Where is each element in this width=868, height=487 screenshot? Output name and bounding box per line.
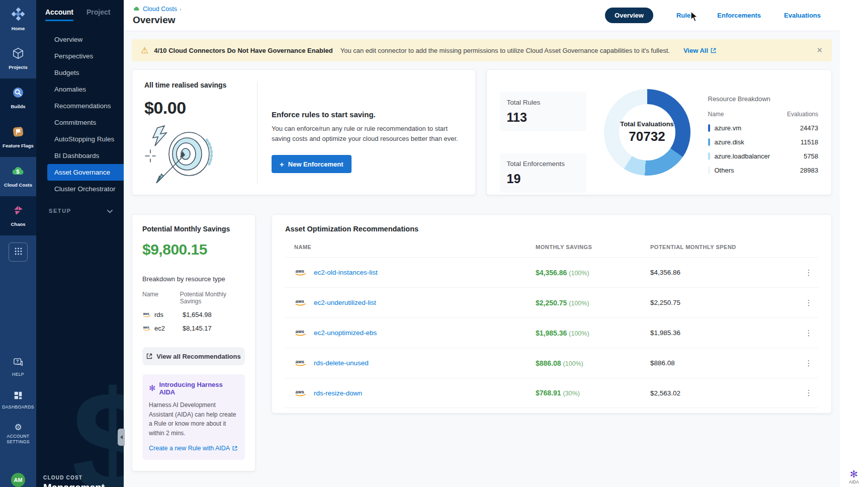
sidebar-item-budgets[interactable]: Budgets: [36, 64, 124, 81]
rail-item-home[interactable]: Home: [0, 0, 36, 39]
tab-rules[interactable]: Rules: [676, 12, 694, 19]
rail-item-label: Cloud Costs: [3, 182, 33, 188]
svg-text:$: $: [16, 169, 19, 175]
aida-body: Harness AI Development Assistant (AIDA) …: [149, 400, 238, 438]
create-rule-with-aida-link[interactable]: Create a new Rule with AIDA: [149, 445, 237, 452]
recommendation-link[interactable]: ec2-underutilized-list: [314, 299, 376, 306]
legend-row: Others28983: [708, 167, 819, 174]
build-search-icon: [12, 87, 24, 101]
rail-item-label: Home: [11, 26, 26, 32]
external-link-icon: [232, 446, 237, 451]
evaluations-donut-chart: Total Evaluations 70732: [604, 89, 690, 176]
breakdown-subtitle: Breakdown by resource type: [142, 275, 245, 283]
module-footer: CLOUD COST Management: [43, 475, 105, 487]
chaos-icon: [12, 204, 24, 218]
sidebar-item-perspectives[interactable]: Perspectives: [36, 48, 124, 64]
user-avatar[interactable]: AM: [11, 473, 25, 487]
rail-item-label: Projects: [8, 64, 29, 70]
sidebar-item-autostopping-rules[interactable]: AutoStopping Rules: [36, 131, 124, 147]
row-menu-button[interactable]: ⋮: [805, 329, 813, 337]
rail-item-label: DASHBOARDS: [2, 404, 34, 410]
potential-savings-row: awsec2$8,145.17: [142, 324, 245, 332]
aida-title: Introducing Harness AIDA: [159, 381, 238, 396]
plus-icon: +: [280, 160, 284, 169]
aws-icon: aws: [294, 298, 307, 307]
page-header: Cloud Costs › Overview Overview Rules En…: [124, 0, 840, 31]
tab-evaluations[interactable]: Evaluations: [784, 12, 821, 19]
tab-enforcements[interactable]: Enforcements: [717, 12, 761, 19]
rail-item-dashboards[interactable]: DASHBOARDS: [2, 390, 34, 410]
recommendation-link[interactable]: rds-delete-unused: [314, 359, 369, 367]
recommendation-link[interactable]: rds-resize-down: [314, 389, 362, 397]
sidebar-item-recommendations[interactable]: Recommendations: [36, 98, 124, 114]
module-rail: Home Projects Builds Feature Flags $: [0, 0, 36, 487]
legend-color-chip: [708, 152, 710, 160]
tab-overview[interactable]: Overview: [605, 8, 653, 23]
rail-item-chaos[interactable]: Chaos: [0, 196, 36, 235]
harness-home-icon: [12, 8, 25, 23]
legend-row: azure.disk11518: [708, 138, 819, 146]
sidebar-item-cluster-orchestrator[interactable]: Cluster Orchestrator: [36, 181, 124, 197]
aida-promo: ✻ Introducing Harness AIDA Harness AI De…: [142, 374, 245, 460]
potential-savings-title: Potential Monthly Savings: [142, 225, 245, 233]
svg-text:aws: aws: [296, 329, 304, 334]
rail-item-projects[interactable]: Projects: [0, 39, 36, 78]
recommendation-row: awsec2-old-instances-list$4,356.86(100%)…: [285, 257, 818, 287]
rail-item-cloud-costs[interactable]: $ Cloud Costs: [0, 157, 36, 196]
scope-tabs: Account Project: [36, 0, 124, 27]
new-enforcement-button[interactable]: + New Enforcement: [272, 155, 352, 173]
view-all-recommendations-button[interactable]: View all Recommendations: [142, 347, 245, 365]
total-rules-stat: Total Rules 113: [500, 92, 586, 131]
banner-title: 4/10 Cloud Connectors Do Not Have Govern…: [154, 47, 332, 54]
recommendation-link[interactable]: ec2-unoptimized-ebs: [314, 329, 377, 337]
svg-text:?: ?: [16, 359, 19, 364]
rail-item-label: Builds: [10, 104, 26, 110]
sidebar-item-asset-governance[interactable]: Asset Governance: [47, 164, 124, 181]
row-menu-button[interactable]: ⋮: [805, 388, 813, 397]
rail-item-help[interactable]: ? HELP: [12, 358, 24, 377]
tab-project[interactable]: Project: [86, 8, 110, 16]
row-menu-button[interactable]: ⋮: [805, 359, 813, 367]
evaluations-stats-card: Total Rules 113 Total Enforcements 19 To…: [486, 69, 832, 195]
module-picker-button[interactable]: [9, 242, 28, 262]
rail-item-builds[interactable]: Builds: [0, 78, 36, 118]
sidebar-item-bi-dashboards[interactable]: BI Dashboards: [36, 147, 124, 164]
aws-icon: aws: [294, 389, 307, 397]
sidebar-collapse-button[interactable]: [118, 429, 125, 446]
cloud-dollar-icon: $: [11, 165, 25, 179]
recommendation-row: awsec2-unoptimized-ebs$1,985.36(100%)$1,…: [285, 317, 818, 348]
rail-item-feature-flags[interactable]: Feature Flags: [0, 118, 36, 157]
right-gutter: ✻ AIDA: [840, 0, 868, 487]
sidebar-item-anomalies[interactable]: Anomalies: [36, 81, 124, 98]
aida-fab-label: AIDA: [849, 479, 859, 484]
realised-savings-card: All time realised savings $0.00: [132, 69, 476, 195]
realised-savings-amount: $0.00: [144, 98, 252, 118]
recommendation-link[interactable]: ec2-old-instances-list: [314, 269, 378, 276]
aida-icon: ✻: [850, 469, 858, 479]
svg-text:aws: aws: [296, 299, 304, 304]
page-content: ⚠ 4/10 Cloud Connectors Do Not Have Gove…: [124, 31, 840, 487]
total-enforcements-stat: Total Enforcements 19: [500, 153, 586, 193]
view-all-link[interactable]: View All: [683, 47, 716, 54]
legend-color-chip: [708, 138, 710, 146]
sidebar-item-overview[interactable]: Overview: [36, 31, 124, 48]
close-icon[interactable]: ✕: [816, 46, 823, 55]
enforce-cta-description: You can enforce/run any rule or rule rec…: [272, 124, 463, 144]
sidebar-item-setup[interactable]: SETUP: [36, 206, 124, 215]
legend-color-chip: [708, 167, 710, 174]
tab-account[interactable]: Account: [45, 8, 73, 21]
aida-fab-button[interactable]: ✻ AIDA: [849, 469, 859, 484]
sidebar-item-commitments[interactable]: Commitments: [36, 114, 124, 131]
rail-item-account-settings[interactable]: ⚙ ACCOUNT SETTINGS: [4, 423, 33, 445]
cloud-costs-sidebar: Account Project OverviewPerspectivesBudg…: [36, 0, 124, 487]
potential-savings-amount: $9,800.15: [142, 241, 245, 258]
svg-text:aws: aws: [296, 359, 304, 364]
external-link-icon: [146, 353, 152, 359]
cube-icon: [12, 47, 24, 61]
row-menu-button[interactable]: ⋮: [805, 268, 813, 277]
rail-item-label: Chaos: [10, 221, 26, 227]
rail-item-label: Feature Flags: [2, 143, 35, 149]
row-menu-button[interactable]: ⋮: [805, 298, 813, 307]
banner-message: You can edit connector to add the missin…: [340, 47, 670, 54]
breadcrumb-cloud-costs[interactable]: Cloud Costs: [143, 6, 177, 13]
